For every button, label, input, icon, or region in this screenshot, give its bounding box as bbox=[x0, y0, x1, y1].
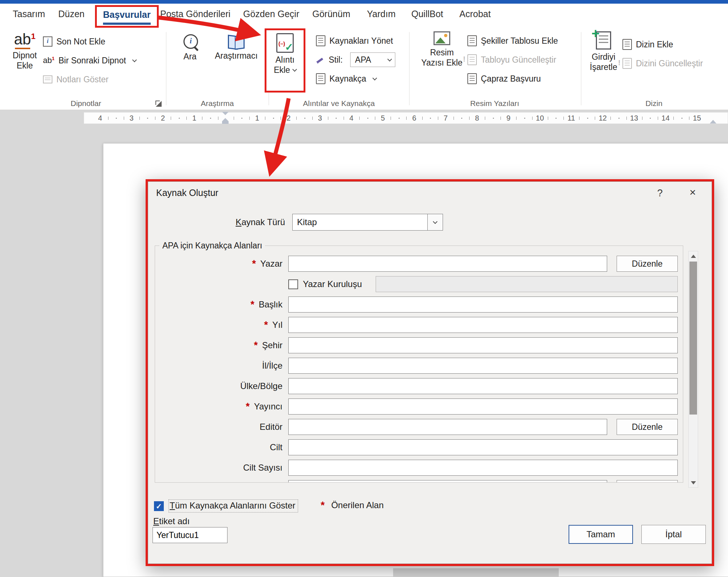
page-gap bbox=[393, 568, 559, 577]
item-label: Kaynakça bbox=[329, 74, 366, 84]
input-cilt[interactable] bbox=[288, 439, 678, 455]
button-label: Alıntı bbox=[276, 55, 294, 65]
edit-button-editör[interactable]: Düzenle bbox=[617, 419, 678, 435]
mark-entry-button[interactable]: Girdiyi İşaretle bbox=[586, 31, 621, 72]
input-çevirmen[interactable] bbox=[288, 480, 607, 483]
insert-citation-button[interactable]: Alıntı Ekle bbox=[265, 28, 305, 93]
input-ülke-bölge[interactable] bbox=[288, 378, 678, 394]
tab-acrobat[interactable]: Acrobat bbox=[459, 9, 491, 22]
button-label: Girdiyi bbox=[592, 52, 615, 62]
dropdown-button[interactable] bbox=[427, 214, 443, 230]
tab-yardım[interactable]: Yardım bbox=[367, 9, 396, 22]
cancel-button[interactable]: İptal bbox=[641, 525, 706, 544]
dialog-launcher-icon[interactable] bbox=[154, 99, 162, 107]
chevron-down-icon bbox=[433, 219, 438, 224]
insert-footnote-button[interactable]: ab1 Dipnot Ekle bbox=[9, 31, 40, 71]
next-footnote-icon: ab1 bbox=[43, 56, 55, 65]
style-value: APA bbox=[355, 55, 371, 65]
citation-style-row: Stil: APA bbox=[316, 50, 395, 69]
required-star: * bbox=[321, 499, 325, 511]
tag-name-input[interactable] bbox=[153, 527, 228, 543]
group-dipnotlar: ab1 Dipnot Ekle Son Not Ekle ab1 Bir Son… bbox=[7, 28, 165, 110]
scroll-up-icon[interactable] bbox=[689, 251, 698, 261]
input-şehir[interactable] bbox=[288, 337, 678, 353]
field-area: Düzenle bbox=[288, 256, 678, 272]
tab-posta-gönderileri[interactable]: Posta Gönderileri bbox=[160, 9, 230, 22]
update-table-icon bbox=[467, 54, 477, 65]
input-cilt-sayısı[interactable] bbox=[288, 460, 678, 476]
insert-table-of-figures-button[interactable]: Şekiller Tablosu Ekle bbox=[467, 31, 558, 50]
left-indent-marker[interactable] bbox=[222, 121, 229, 124]
ok-button[interactable]: Tamam bbox=[569, 525, 633, 544]
field-row-ülke-bölge: Ülke/Bölge bbox=[155, 378, 678, 394]
input-başlık[interactable] bbox=[288, 297, 678, 313]
item-label: Kaynakları Yönet bbox=[329, 36, 393, 46]
citation-style-select[interactable]: APA bbox=[350, 52, 395, 67]
scroll-down-icon[interactable] bbox=[689, 478, 698, 487]
insert-caption-button[interactable]: Resim Yazısı Ekle bbox=[420, 31, 464, 68]
cross-reference-button[interactable]: Çapraz Başvuru bbox=[467, 69, 558, 88]
ruler[interactable]: 4321123456789101112131415 bbox=[0, 111, 728, 125]
source-type-select[interactable]: Kitap bbox=[292, 214, 443, 231]
ruler-tick bbox=[155, 117, 155, 120]
button-label: Araştırmacı bbox=[215, 51, 258, 61]
ribbon: ab1 Dipnot Ekle Son Not Ekle ab1 Bir Son… bbox=[0, 28, 728, 110]
field-row-çevirmen: ÇevirmenDüzenle bbox=[155, 480, 678, 483]
tab-düzen[interactable]: Düzen bbox=[58, 9, 84, 22]
first-line-indent-marker[interactable] bbox=[222, 112, 229, 115]
field-label-cell: Editör bbox=[155, 422, 288, 432]
input-editör[interactable] bbox=[288, 419, 607, 435]
insert-index-button[interactable]: Dizin Ekle bbox=[622, 35, 703, 54]
field-area bbox=[288, 297, 678, 313]
input-yayıncı[interactable] bbox=[288, 399, 678, 415]
right-indent-marker[interactable] bbox=[710, 120, 716, 123]
help-button[interactable]: ? bbox=[652, 186, 668, 200]
button-label: Dipnot bbox=[13, 50, 37, 60]
scrollbar-thumb[interactable] bbox=[689, 262, 697, 415]
tab-görünüm[interactable]: Görünüm bbox=[312, 9, 350, 22]
field-label-cell: *Şehir bbox=[155, 340, 288, 350]
ruler-tick bbox=[202, 117, 202, 120]
field-area bbox=[288, 399, 678, 415]
tab-başvurular[interactable]: Başvurular bbox=[95, 5, 159, 28]
search-button[interactable]: Ara bbox=[175, 33, 205, 62]
field-area bbox=[288, 378, 678, 394]
close-icon[interactable]: × bbox=[682, 185, 703, 200]
tab-gözden-geçir[interactable]: Gözden Geçir bbox=[243, 9, 299, 22]
field-label: Yıl bbox=[272, 320, 282, 330]
bibliography-button[interactable]: Kaynakça bbox=[316, 69, 395, 88]
update-index-icon bbox=[622, 58, 632, 69]
insert-endnote-button[interactable]: Son Not Ekle bbox=[43, 32, 136, 51]
field-label-cell: Cilt Sayısı bbox=[155, 463, 288, 473]
item-label: Bir Sonraki Dipnot bbox=[59, 56, 126, 66]
item-label: Son Not Ekle bbox=[56, 37, 105, 47]
tab-label: Yardım bbox=[367, 9, 396, 22]
hanging-indent-marker[interactable] bbox=[222, 118, 229, 121]
ruler-tick bbox=[265, 117, 265, 120]
tab-tasarım[interactable]: Tasarım bbox=[13, 9, 45, 22]
ruler-number: 2 bbox=[286, 114, 290, 122]
edit-button-yazar[interactable]: Düzenle bbox=[617, 256, 678, 272]
ruler-tick bbox=[234, 117, 234, 120]
input-yıl[interactable] bbox=[288, 317, 678, 333]
show-all-fields-toggle[interactable]: Tüm Kaynakça Alanlarını Göster bbox=[154, 499, 298, 513]
ruler-tick bbox=[454, 117, 454, 120]
next-footnote-button[interactable]: ab1 Bir Sonraki Dipnot bbox=[43, 51, 136, 70]
edit-button-çevirmen[interactable]: Düzenle bbox=[617, 480, 678, 483]
manage-sources-button[interactable]: Kaynakları Yönet bbox=[316, 31, 395, 50]
field-label: Yayıncı bbox=[254, 401, 282, 412]
required-star: * bbox=[254, 341, 258, 350]
ruler-tick bbox=[548, 117, 548, 120]
ruler-number: 8 bbox=[475, 114, 479, 122]
input-i-l-i-lçe[interactable] bbox=[288, 358, 678, 374]
show-all-checkbox[interactable] bbox=[154, 501, 164, 511]
fields-scrollbar[interactable] bbox=[688, 251, 698, 488]
field-area bbox=[288, 317, 678, 333]
tab-quillbot[interactable]: QuillBot bbox=[411, 9, 443, 22]
ruler-tick bbox=[469, 117, 470, 120]
yazar-kuruluşu-checkbox[interactable] bbox=[288, 279, 298, 289]
researcher-button[interactable]: Araştırmacı bbox=[207, 33, 265, 61]
field-label-cell: *Başlık bbox=[155, 299, 288, 310]
ruler-tick bbox=[218, 117, 218, 120]
input-yazar[interactable] bbox=[288, 256, 607, 272]
